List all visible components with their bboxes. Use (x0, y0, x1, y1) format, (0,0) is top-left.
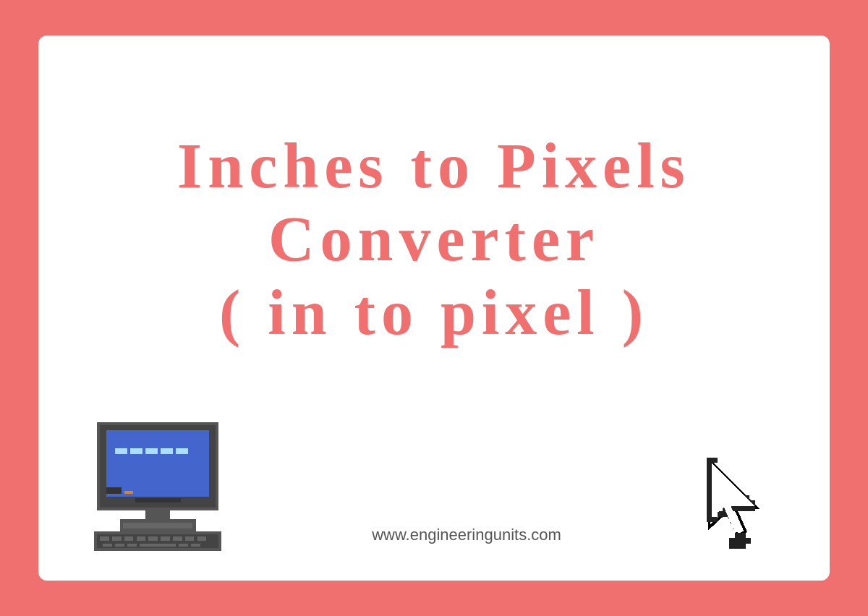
svg-rect-53 (749, 506, 754, 511)
title-line1: Inches to Pixels (177, 131, 691, 201)
title-line2: Converter (268, 204, 600, 274)
svg-rect-20 (185, 536, 195, 541)
svg-rect-59 (740, 533, 745, 538)
svg-rect-18 (161, 536, 170, 541)
svg-rect-25 (140, 544, 176, 547)
svg-rect-35 (707, 474, 712, 479)
svg-rect-63 (746, 538, 751, 543)
svg-rect-16 (137, 536, 146, 541)
svg-rect-40 (707, 500, 712, 505)
svg-rect-26 (179, 544, 188, 547)
svg-rect-42 (707, 511, 712, 516)
svg-rect-5 (145, 448, 158, 454)
svg-rect-4 (130, 448, 142, 454)
svg-rect-51 (739, 506, 744, 511)
inner-card: Inches to Pixels Converter ( in to pixel… (38, 35, 830, 581)
svg-rect-44 (712, 517, 717, 522)
svg-rect-22 (103, 544, 112, 547)
bottom-section: www.engineeringunits.com (82, 414, 786, 559)
outer-border: Inches to Pixels Converter ( in to pixel… (25, 22, 843, 594)
svg-rect-15 (124, 536, 134, 541)
page-title: Inches to Pixels Converter ( in to pixel… (177, 129, 691, 349)
svg-rect-37 (707, 484, 712, 489)
svg-rect-29 (124, 491, 134, 494)
svg-rect-30 (135, 498, 181, 502)
svg-rect-38 (707, 490, 712, 495)
svg-rect-58 (735, 533, 740, 538)
svg-rect-56 (712, 458, 717, 463)
svg-rect-27 (191, 544, 200, 547)
svg-rect-24 (127, 544, 137, 547)
svg-rect-34 (707, 469, 712, 474)
svg-rect-8 (145, 510, 170, 520)
svg-rect-2 (106, 430, 210, 497)
title-line3: ( in to pixel ) (219, 278, 649, 348)
svg-rect-3 (115, 448, 127, 454)
svg-rect-14 (112, 536, 122, 541)
svg-rect-39 (707, 495, 712, 500)
pixel-computer-icon (82, 414, 234, 552)
svg-rect-23 (115, 544, 124, 547)
svg-rect-33 (707, 463, 712, 468)
title-section: Inches to Pixels Converter ( in to pixel… (177, 64, 691, 414)
svg-rect-6 (161, 448, 173, 454)
svg-rect-36 (707, 479, 712, 484)
svg-rect-45 (718, 511, 723, 516)
svg-rect-7 (176, 448, 188, 454)
svg-rect-41 (707, 506, 712, 511)
svg-rect-65 (735, 544, 740, 549)
svg-rect-21 (197, 536, 207, 541)
svg-rect-43 (707, 517, 712, 522)
svg-rect-28 (106, 487, 122, 493)
svg-rect-52 (744, 506, 749, 511)
svg-rect-13 (100, 536, 109, 541)
svg-rect-32 (707, 458, 712, 463)
svg-rect-10 (123, 523, 193, 529)
svg-rect-62 (740, 538, 745, 543)
pixel-cursor-icon (699, 458, 786, 552)
svg-rect-60 (729, 538, 734, 543)
svg-rect-50 (733, 506, 739, 511)
svg-rect-61 (735, 538, 740, 543)
svg-rect-64 (729, 544, 734, 549)
svg-rect-17 (148, 536, 158, 541)
website-url: www.engineeringunits.com (234, 526, 699, 552)
svg-rect-66 (740, 544, 745, 549)
svg-rect-19 (173, 536, 182, 541)
